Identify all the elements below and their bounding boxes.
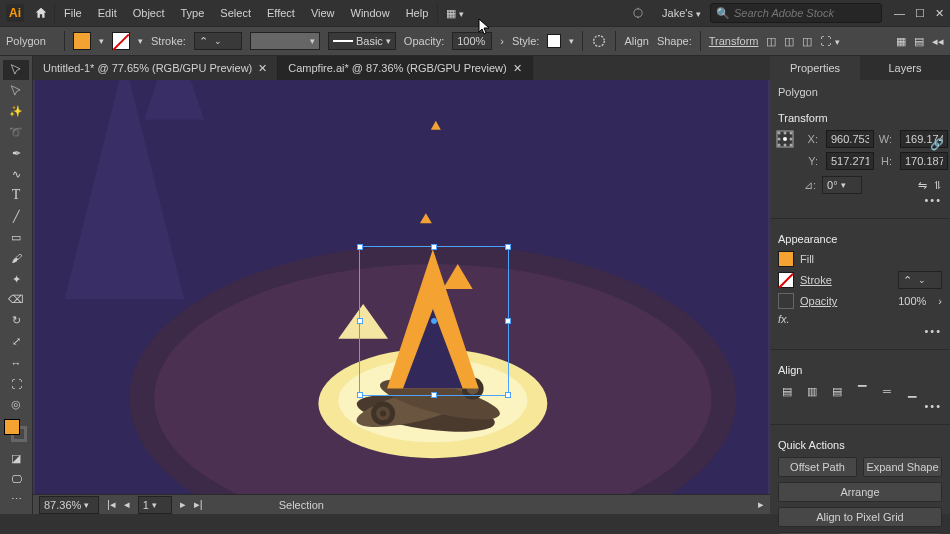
fill-stroke-proxy[interactable] <box>4 419 28 441</box>
align-button-3[interactable]: ◫ <box>802 35 812 48</box>
align-right-icon[interactable]: ▤ <box>828 382 846 400</box>
menu-help[interactable]: Help <box>399 3 436 23</box>
direct-selection-tool[interactable] <box>3 81 29 101</box>
transform-y[interactable] <box>826 152 874 170</box>
eraser-tool[interactable]: ⌫ <box>3 290 29 310</box>
selection-tool[interactable] <box>3 60 29 80</box>
tab-campfire[interactable]: Campfire.ai* @ 87.36% (RGB/GPU Preview)✕ <box>278 56 532 80</box>
menu-effect[interactable]: Effect <box>260 3 302 23</box>
stroke-swatch[interactable] <box>112 32 130 50</box>
zoom-field[interactable]: 87.36%▾ <box>39 496 99 514</box>
window-minimize-icon[interactable]: — <box>894 7 905 20</box>
paintbrush-tool[interactable]: 🖌 <box>3 248 29 268</box>
menu-type[interactable]: Type <box>174 3 212 23</box>
more-options-icon[interactable]: ••• <box>778 325 942 337</box>
graphic-style-swatch[interactable] <box>547 34 561 48</box>
fill-swatch[interactable] <box>73 32 91 50</box>
type-tool[interactable]: T <box>3 185 29 205</box>
opacity-more-icon[interactable]: › <box>938 295 942 307</box>
artboard-number[interactable]: 1▾ <box>138 496 172 514</box>
align-left-icon[interactable]: ▤ <box>778 382 796 400</box>
menu-view[interactable]: View <box>304 3 342 23</box>
brush-def[interactable]: Basic▾ <box>328 32 396 50</box>
essentials-icon[interactable]: ▤ <box>914 35 924 48</box>
width-tool[interactable]: ↔ <box>3 353 29 373</box>
shaper-tool[interactable]: ✦ <box>3 269 29 289</box>
align-pixel-grid-button[interactable]: Align to Pixel Grid <box>778 507 942 527</box>
appearance-opacity-swatch[interactable] <box>778 293 794 309</box>
link-wh-icon[interactable]: 🔗 <box>930 138 944 151</box>
discover-icon[interactable] <box>623 6 653 20</box>
transform-header: Transform <box>778 112 942 124</box>
menu-select[interactable]: Select <box>213 3 258 23</box>
appearance-fill-swatch[interactable] <box>778 251 794 267</box>
align-bottom-icon[interactable]: ▁ <box>903 382 921 400</box>
home-icon[interactable] <box>30 6 52 20</box>
stroke-weight-field[interactable]: ⌃⌄ <box>194 32 242 50</box>
appearance-stroke-swatch[interactable] <box>778 272 794 288</box>
shape-builder-tool[interactable]: ◎ <box>3 395 29 415</box>
curvature-tool[interactable]: ∿ <box>3 165 29 185</box>
rectangle-tool[interactable]: ▭ <box>3 227 29 247</box>
pen-tool[interactable]: ✒ <box>3 144 29 164</box>
offset-path-button[interactable]: Offset Path <box>778 457 857 477</box>
magic-wand-tool[interactable]: ✨ <box>3 102 29 122</box>
close-icon[interactable]: ✕ <box>513 62 522 75</box>
stock-search[interactable]: 🔍 <box>710 3 882 23</box>
recolor-icon[interactable] <box>591 33 607 49</box>
window-maximize-icon[interactable]: ☐ <box>915 7 925 20</box>
expand-shape-button[interactable]: Expand Shape <box>863 457 942 477</box>
tab-properties[interactable]: Properties <box>770 56 860 80</box>
free-transform-tool[interactable]: ⛶ <box>3 374 29 394</box>
align-hcenter-icon[interactable]: ▥ <box>803 382 821 400</box>
artboard-nav-last-icon[interactable]: ▸| <box>194 498 203 511</box>
line-tool[interactable]: ╱ <box>3 206 29 226</box>
close-icon[interactable]: ✕ <box>258 62 267 75</box>
align-vcenter-icon[interactable]: ═ <box>878 382 896 400</box>
grid-layout-icon[interactable]: ▦ <box>896 35 906 48</box>
workspace-switcher[interactable]: Jake's ▾ <box>655 3 708 23</box>
tab-layers[interactable]: Layers <box>860 56 950 80</box>
opacity-field[interactable]: 100% <box>452 32 492 50</box>
scale-tool[interactable]: ⤢ <box>3 332 29 352</box>
rotate-tool[interactable]: ↻ <box>3 311 29 331</box>
more-options-icon[interactable]: ••• <box>778 194 942 206</box>
reference-point-icon[interactable] <box>776 130 794 148</box>
align-button-2[interactable]: ◫ <box>784 35 794 48</box>
transform-angle[interactable]: 0°▾ <box>822 176 862 194</box>
transform-x[interactable] <box>826 130 874 148</box>
fx-button[interactable]: fx. <box>778 313 790 325</box>
flip-v-icon[interactable]: ⥮ <box>933 179 942 192</box>
arrange-documents-icon[interactable]: ▦ ▾ <box>440 7 470 20</box>
menu-edit[interactable]: Edit <box>91 3 124 23</box>
align-top-icon[interactable]: ▔ <box>853 382 871 400</box>
align-button-1[interactable]: ◫ <box>766 35 776 48</box>
lasso-tool[interactable]: ➰ <box>3 123 29 143</box>
panel-collapse-icon[interactable]: ◂◂ <box>932 35 944 48</box>
transform-h[interactable] <box>900 152 948 170</box>
transform-link[interactable]: Transform <box>709 35 759 47</box>
color-mode-icons[interactable]: ◪ <box>3 448 29 468</box>
artboard-nav-prev-icon[interactable]: ◂ <box>124 498 130 511</box>
canvas[interactable] <box>33 80 770 494</box>
appearance-opacity-label[interactable]: Opacity <box>800 295 837 307</box>
appearance-stroke-weight[interactable]: ⌃⌄ <box>898 271 942 289</box>
menu-object[interactable]: Object <box>126 3 172 23</box>
flip-h-icon[interactable]: ⇋ <box>918 179 927 192</box>
menu-file[interactable]: File <box>57 3 89 23</box>
var-width-profile[interactable]: ▾ <box>250 32 320 50</box>
tab-untitled[interactable]: Untitled-1* @ 77.65% (RGB/GPU Preview)✕ <box>33 56 278 80</box>
opacity-more-icon[interactable]: › <box>500 35 504 47</box>
screen-mode-tool[interactable]: 🖵 <box>3 469 29 489</box>
more-options-icon[interactable]: ••• <box>778 400 942 412</box>
artboard-nav-next-icon[interactable]: ▸ <box>180 498 186 511</box>
window-close-icon[interactable]: ✕ <box>935 7 944 20</box>
arrange-button[interactable]: Arrange <box>778 482 942 502</box>
menu-window[interactable]: Window <box>344 3 397 23</box>
align-label: Align <box>624 35 648 47</box>
stock-search-input[interactable] <box>734 7 876 19</box>
artboard-nav-first-icon[interactable]: |◂ <box>107 498 116 511</box>
edit-toolbar[interactable]: ⋯ <box>3 490 29 510</box>
isolate-group-icon[interactable]: ⛶ ▾ <box>820 35 839 47</box>
status-play-icon[interactable]: ▸ <box>758 498 764 511</box>
